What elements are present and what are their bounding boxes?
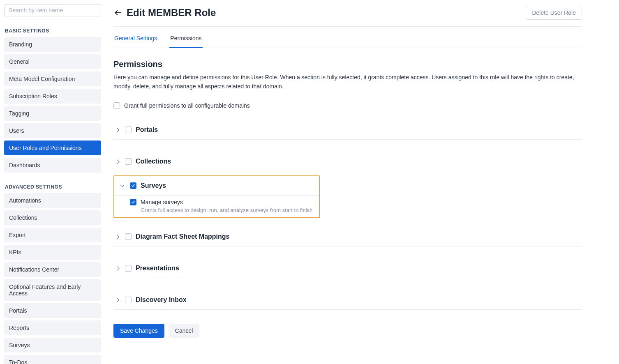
surveys-checkbox[interactable] — [130, 182, 136, 189]
sidebar-item-branding[interactable]: Branding — [4, 37, 101, 52]
page-header: Edit MEMBER Role Delete User Role — [113, 6, 582, 27]
portals-label: Portals — [136, 126, 158, 134]
chevron-right-icon[interactable] — [113, 267, 121, 270]
surveys-label: Surveys — [141, 182, 166, 189]
tab-permissions[interactable]: Permissions — [169, 29, 202, 48]
sidebar-item-general[interactable]: General — [4, 54, 101, 69]
delete-role-button[interactable]: Delete User Role — [526, 6, 582, 20]
perm-group-collections: Collections — [113, 152, 582, 171]
portals-checkbox[interactable] — [125, 127, 132, 133]
sidebar-item-portals[interactable]: Portals — [4, 303, 101, 318]
sidebar-item-todos[interactable]: To-Dos — [4, 355, 101, 364]
sidebar-item-dashboards[interactable]: Dashboards — [4, 158, 101, 173]
manage-surveys-desc: Grants full access to design, run, and a… — [141, 207, 315, 213]
chevron-down-icon[interactable] — [118, 184, 126, 187]
search-input[interactable] — [4, 4, 101, 16]
discovery-checkbox[interactable] — [125, 297, 132, 303]
chevron-right-icon[interactable] — [113, 160, 121, 163]
advanced-settings-list: Automations Collections Export KPIs Noti… — [4, 193, 101, 364]
collections-checkbox[interactable] — [125, 158, 132, 165]
collections-label: Collections — [136, 158, 171, 165]
sidebar-item-notifications[interactable]: Notifications Center — [4, 262, 101, 277]
presentations-checkbox[interactable] — [125, 265, 132, 272]
sidebar-item-tagging[interactable]: Tagging — [4, 106, 101, 121]
sidebar-item-optional-features[interactable]: Optional Features and Early Access — [4, 279, 101, 301]
perm-group-discovery: Discovery Inbox — [113, 290, 582, 310]
discovery-label: Discovery Inbox — [136, 296, 187, 304]
permissions-panel: Permissions Here you can manage and defi… — [113, 48, 582, 338]
manage-surveys-label: Manage surveys — [141, 199, 183, 205]
cancel-button[interactable]: Cancel — [169, 324, 200, 338]
footer-buttons: Save Changes Cancel — [113, 324, 582, 338]
tab-general-settings[interactable]: General Settings — [113, 29, 158, 48]
perm-group-portals: Portals — [113, 120, 582, 140]
chevron-right-icon[interactable] — [113, 129, 121, 131]
perm-group-diagram: Diagram Fact Sheet Mappings — [113, 227, 582, 247]
page-title: Edit MEMBER Role — [127, 7, 216, 18]
main-content: Edit MEMBER Role Delete User Role Genera… — [105, 0, 619, 364]
tabs: General Settings Permissions — [113, 29, 582, 48]
sidebar-item-surveys[interactable]: Surveys — [4, 338, 101, 352]
save-button[interactable]: Save Changes — [113, 324, 164, 338]
chevron-right-icon[interactable] — [113, 235, 121, 238]
sidebar-item-meta-model[interactable]: Meta Model Configuration — [4, 71, 101, 86]
diagram-label: Diagram Fact Sheet Mappings — [136, 233, 230, 240]
chevron-right-icon[interactable] — [113, 299, 121, 302]
sidebar-item-export[interactable]: Export — [4, 228, 101, 242]
perm-group-presentations: Presentations — [113, 259, 582, 278]
sidebar-item-collections[interactable]: Collections — [4, 210, 101, 225]
back-arrow-icon[interactable] — [113, 8, 122, 17]
diagram-checkbox[interactable] — [125, 233, 132, 240]
perm-sub-manage-surveys: Manage surveys Grants full access to des… — [114, 196, 319, 213]
grant-all-row: Grant full permissions to all configurab… — [113, 102, 582, 109]
grant-all-checkbox[interactable] — [113, 102, 120, 109]
basic-settings-list: Branding General Meta Model Configuratio… — [4, 37, 101, 173]
permissions-description: Here you can manage and define permissio… — [113, 73, 582, 91]
grant-all-label: Grant full permissions to all configurab… — [124, 102, 250, 109]
permissions-title: Permissions — [113, 60, 582, 69]
sidebar-item-kpis[interactable]: KPIs — [4, 245, 101, 260]
basic-settings-header: BASIC SETTINGS — [5, 28, 101, 34]
advanced-settings-header: ADVANCED SETTINGS — [5, 184, 101, 190]
manage-surveys-checkbox[interactable] — [130, 199, 136, 205]
sidebar-item-subscription-roles[interactable]: Subscription Roles — [4, 89, 101, 104]
sidebar-item-users[interactable]: Users — [4, 123, 101, 138]
sidebar: BASIC SETTINGS Branding General Meta Mod… — [0, 0, 105, 364]
perm-group-surveys-highlight: Surveys Manage surveys Grants full acces… — [113, 175, 320, 218]
presentations-label: Presentations — [136, 265, 179, 272]
sidebar-item-reports[interactable]: Reports — [4, 320, 101, 335]
sidebar-item-automations[interactable]: Automations — [4, 193, 101, 208]
sidebar-item-user-roles[interactable]: User Roles and Permissions — [4, 141, 101, 155]
